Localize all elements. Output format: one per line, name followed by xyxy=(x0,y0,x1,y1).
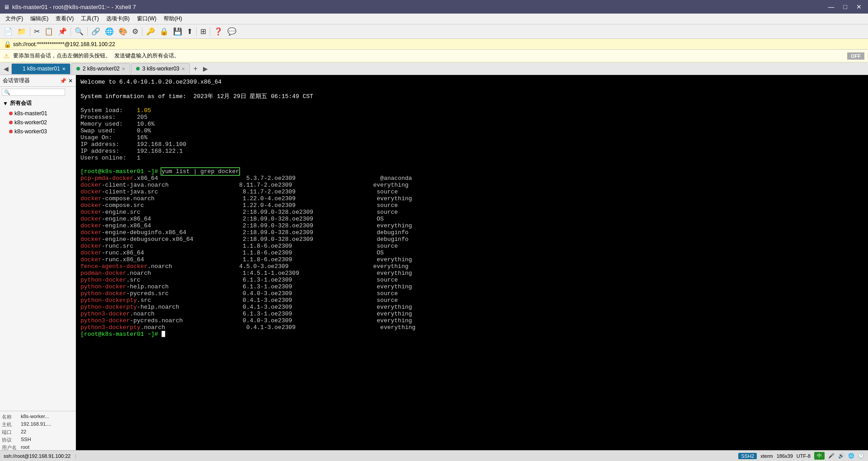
tab-k8s-worker03[interactable]: 3 k8s-worker03 ✕ xyxy=(131,63,190,74)
status-protocol: SSH2 xyxy=(738,453,757,459)
menu-item-w[interactable]: 窗口(W) xyxy=(133,14,160,24)
color-button[interactable]: 🎨 xyxy=(117,26,129,37)
menubar: 文件(F)编辑(E)查看(V)工具(T)选项卡(B)窗口(W)帮助(H) xyxy=(0,14,868,24)
tab-k8s-master01[interactable]: 1 k8s-master01 ✕ xyxy=(11,63,71,74)
globe-button[interactable]: 🌐 xyxy=(103,26,116,37)
tab-close-1[interactable]: ✕ xyxy=(62,66,66,71)
upload-button[interactable]: ⬆ xyxy=(185,26,194,37)
pkg-docker-compose-noarch: docker xyxy=(80,195,102,202)
copy-button[interactable]: 📋 xyxy=(42,26,55,37)
broadcast-off-button[interactable]: OFF xyxy=(847,52,864,60)
status-icon-volume: 🔊 xyxy=(838,453,844,459)
menu-item-h[interactable]: 帮助(H) xyxy=(160,14,186,24)
session-name-master01: k8s-master01 xyxy=(14,110,47,117)
pkg-python-dockerpty-help: python-dockerpty xyxy=(80,304,137,310)
pkg-docker-engine-debugsource: docker xyxy=(80,236,102,243)
sidebar-item-k8s-worker03[interactable]: k8s-worker03 xyxy=(0,127,75,136)
sidebar-item-k8s-worker02[interactable]: k8s-worker02 xyxy=(0,118,75,127)
status-right: SSH2 xterm 186x39 UTF-8 中 🎤 🔊 🌐 🕐 xyxy=(738,452,864,460)
minimize-button[interactable]: — xyxy=(826,3,837,10)
prompt1: [root@k8s-master01 ~]# xyxy=(80,168,158,175)
menu-item-t[interactable]: 工具(T) xyxy=(77,14,102,24)
status-ssh-path: ssh://root@192.168.91.100:22 xyxy=(4,453,71,459)
status-term: xterm xyxy=(760,453,773,459)
pkg-python3-docker: python3-docker xyxy=(80,310,130,317)
tabbar: ◀ 1 k8s-master01 ✕ 2 k8s-worker02 ✕ 3 k8… xyxy=(0,62,868,75)
menu-item-b[interactable]: 选项卡(B) xyxy=(103,14,133,24)
pkg-podman-docker: podman-docker xyxy=(80,270,126,277)
broadcast-bar: ⚠ 要添加当前会话，点击左侧的箭头按钮。 发送键盘输入的所有会话。 OFF xyxy=(0,50,868,62)
save-btn[interactable]: 💾 xyxy=(171,26,184,37)
session-status-dot-worker02 xyxy=(9,121,13,124)
tab-nav-left[interactable]: ◀ xyxy=(2,65,10,72)
pkg-docker-engine-src: docker xyxy=(80,209,102,216)
close-button[interactable]: ✕ xyxy=(854,3,864,10)
new-button[interactable]: 📄 xyxy=(2,26,14,37)
titlebar-title: k8s-master01 - root@k8s-master01:~ - Xsh… xyxy=(12,4,136,10)
command-highlight: yum list | grep docker xyxy=(161,168,239,175)
status-encoding: UTF-8 xyxy=(797,453,811,459)
main-area: 会话管理器 📌 ✕ ▼ 所有会话 k8s-master01 k8s-worker… xyxy=(0,75,868,461)
tab-label-1: 1 k8s-master01 xyxy=(23,66,60,72)
menu-item-e[interactable]: 编辑(E) xyxy=(27,14,52,24)
pkg-docker-runc-src: docker xyxy=(80,243,102,249)
ssh-icon: 🔒 xyxy=(4,41,11,48)
tree-root-all-sessions[interactable]: ▼ 所有会话 xyxy=(0,98,75,109)
tab-close-3[interactable]: ✕ xyxy=(181,66,185,71)
tab-k8s-worker02[interactable]: 2 k8s-worker02 ✕ xyxy=(71,63,130,74)
info-host-label: 主机 xyxy=(2,421,20,428)
connect-button[interactable]: 🔗 xyxy=(90,26,102,37)
tab-close-2[interactable]: ✕ xyxy=(122,66,125,71)
menu-item-v[interactable]: 查看(V) xyxy=(52,14,77,24)
session-tree: ▼ 所有会话 k8s-master01 k8s-worker02 k8s-wor… xyxy=(0,98,75,411)
tab-label-3: 3 k8s-worker03 xyxy=(142,66,179,72)
info-proto-label: 协议 xyxy=(2,437,20,443)
lock-button[interactable]: 🔒 xyxy=(158,26,170,37)
open-button[interactable]: 📁 xyxy=(15,26,28,37)
tab-label-2: 2 k8s-worker02 xyxy=(83,66,120,72)
warning-icon: ⚠ xyxy=(4,52,9,60)
tree-root-label: 所有会话 xyxy=(10,99,32,107)
pkg-docker-engine-x86-os: docker xyxy=(80,216,102,222)
sidebar: 会话管理器 📌 ✕ ▼ 所有会话 k8s-master01 k8s-worker… xyxy=(0,75,76,461)
tab-indicator-2 xyxy=(76,67,80,71)
pkg-docker-engine-x86-ev: docker xyxy=(80,222,102,229)
titlebar-controls: — □ ✕ xyxy=(826,3,864,10)
search-button[interactable]: 🔍 xyxy=(73,26,85,37)
sidebar-search[interactable] xyxy=(0,87,75,98)
settings-button[interactable]: ⚙ xyxy=(130,26,140,37)
add-tab-button[interactable]: + xyxy=(191,65,200,73)
cut-button[interactable]: ✂ xyxy=(32,26,42,37)
pkg-docker-runc-x86-os: docker xyxy=(80,249,102,256)
status-clock: 🕐 xyxy=(858,453,864,459)
titlebar: 🖥 k8s-master01 - root@k8s-master01:~ - X… xyxy=(0,0,868,14)
session-name-worker03: k8s-worker03 xyxy=(14,128,47,135)
sidebar-pin-button[interactable]: 📌 xyxy=(60,78,66,84)
sidebar-search-input[interactable] xyxy=(2,89,65,96)
info-name-label: 名称 xyxy=(2,414,20,420)
pkg-python-dockerpty-src: python-dockerpty xyxy=(80,297,137,304)
status-icon-mic: 🎤 xyxy=(828,453,835,459)
tab-nav-right[interactable]: ▶ xyxy=(201,65,210,72)
broadcast-note: 要添加当前会话，点击左侧的箭头按钮。 xyxy=(13,52,111,60)
info-proto-val: SSH xyxy=(21,437,74,443)
tree-expand-icon: ▼ xyxy=(3,100,8,107)
info-host-val: 192.168.91.... xyxy=(21,421,74,428)
help-button[interactable]: ❓ xyxy=(212,26,225,37)
terminal[interactable]: Welcome to 6.4.0-10.1.0.20.oe2309.x86_64… xyxy=(76,75,868,461)
pkg-python-docker-help: python-docker xyxy=(80,283,126,290)
tab-indicator-3 xyxy=(136,67,140,71)
pkg-python3-dockerpty: python3-dockerpty xyxy=(80,324,141,331)
maximize-button[interactable]: □ xyxy=(841,3,850,10)
sidebar-close-button[interactable]: ✕ xyxy=(68,78,73,84)
pkg-python3-docker-pycreds: python3-docker xyxy=(80,317,130,324)
menu-item-f[interactable]: 文件(F) xyxy=(2,14,27,24)
info-port-val: 22 xyxy=(21,429,74,436)
status-size: 186x39 xyxy=(777,453,793,459)
sidebar-item-k8s-master01[interactable]: k8s-master01 xyxy=(0,109,75,118)
pkg-docker-engine-debuginfo: docker xyxy=(80,229,102,236)
chat-button[interactable]: 💬 xyxy=(226,26,238,37)
key-button[interactable]: 🔑 xyxy=(144,26,157,37)
grid-button[interactable]: ⊞ xyxy=(198,26,208,37)
paste-button[interactable]: 📌 xyxy=(56,26,69,37)
